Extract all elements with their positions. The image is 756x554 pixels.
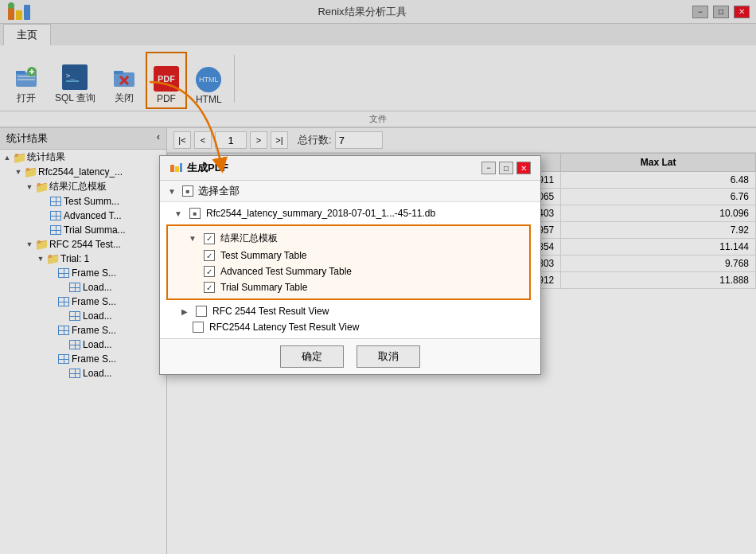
dialog-tree-item-rfc2544-latency[interactable]: RFC2544 Latency Test Result View xyxy=(174,319,534,335)
cancel-button[interactable]: 取消 xyxy=(357,345,420,368)
dialog-tree-root: ▼ Rfc2544_latency_summary_2018-07-01_1..… xyxy=(160,202,540,338)
svg-rect-20 xyxy=(180,163,182,172)
highlighted-section: ▼ 结果汇总模板 Test Summary Table Advanced Tes… xyxy=(166,224,531,300)
dialog-trial-summary-label: Trial Summary Table xyxy=(220,282,307,293)
dialog-file-label: Rfc2544_latency_summary_2018-07-01_1...-… xyxy=(206,208,435,219)
select-all-checkbox[interactable] xyxy=(182,185,193,197)
dialog-footer: 确定 取消 xyxy=(160,338,540,374)
dialog-titlebar: 生成PDF － □ ✕ xyxy=(160,156,540,181)
svg-rect-18 xyxy=(170,165,174,172)
select-all-label: 选择全部 xyxy=(198,184,240,198)
expand-dialog-root: ▼ xyxy=(173,208,184,219)
dialog-backdrop: 生成PDF － □ ✕ ▼ 选择全部 ▼ Rfc2544_latency xyxy=(0,0,756,554)
dialog-close[interactable]: ✕ xyxy=(516,162,531,174)
rfc2544-checkbox[interactable] xyxy=(196,306,207,317)
dialog-logo-icon xyxy=(170,162,182,174)
confirm-button[interactable]: 确定 xyxy=(280,345,344,368)
dialog-body: ▼ 选择全部 ▼ Rfc2544_latency_summary_2018-07… xyxy=(160,181,540,338)
advanced-checkbox[interactable] xyxy=(204,266,215,277)
dialog-test-summary-label: Test Summary Table xyxy=(220,250,307,261)
expand-select-all: ▼ xyxy=(166,185,177,197)
file-checkbox[interactable] xyxy=(189,208,201,219)
select-all-row: ▼ 选择全部 xyxy=(160,181,540,202)
dialog-title-container: 生成PDF xyxy=(170,161,228,175)
dialog-maximize[interactable]: □ xyxy=(499,162,513,174)
dialog-tree-item-trial-summary[interactable]: Trial Summary Table xyxy=(171,279,526,295)
expand-dialog-template: ▼ xyxy=(187,233,198,244)
dialog-advanced-label: Advanced Test Summary Table xyxy=(220,266,352,277)
generate-pdf-dialog: 生成PDF － □ ✕ ▼ 选择全部 ▼ Rfc2544_latency xyxy=(159,155,541,375)
dialog-tree-item-advanced[interactable]: Advanced Test Summary Table xyxy=(171,263,526,279)
dialog-tree-item-template[interactable]: ▼ 结果汇总模板 xyxy=(171,229,526,248)
dialog-tree-item-file[interactable]: ▼ Rfc2544_latency_summary_2018-07-01_1..… xyxy=(163,205,534,221)
dialog-template-label: 结果汇总模板 xyxy=(220,232,278,245)
dialog-minimize[interactable]: － xyxy=(481,162,496,174)
rfc2544-latency-checkbox[interactable] xyxy=(193,322,204,333)
trial-summary-checkbox[interactable] xyxy=(204,282,215,293)
dialog-tree-item-rfc2544[interactable]: ▶ RFC 2544 Test Result View xyxy=(163,303,534,319)
expand-dialog-rfc2544: ▶ xyxy=(179,306,190,317)
dialog-rfc2544-latency-label: RFC2544 Latency Test Result View xyxy=(209,322,359,333)
test-summary-checkbox[interactable] xyxy=(204,250,215,261)
dialog-controls: － □ ✕ xyxy=(481,162,531,174)
dialog-title-text: 生成PDF xyxy=(187,161,228,175)
dialog-tree-item-test-summary[interactable]: Test Summary Table xyxy=(171,248,526,263)
template-checkbox[interactable] xyxy=(204,233,215,244)
svg-rect-19 xyxy=(175,166,179,172)
dialog-rfc2544-label: RFC 2544 Test Result View xyxy=(212,306,329,317)
